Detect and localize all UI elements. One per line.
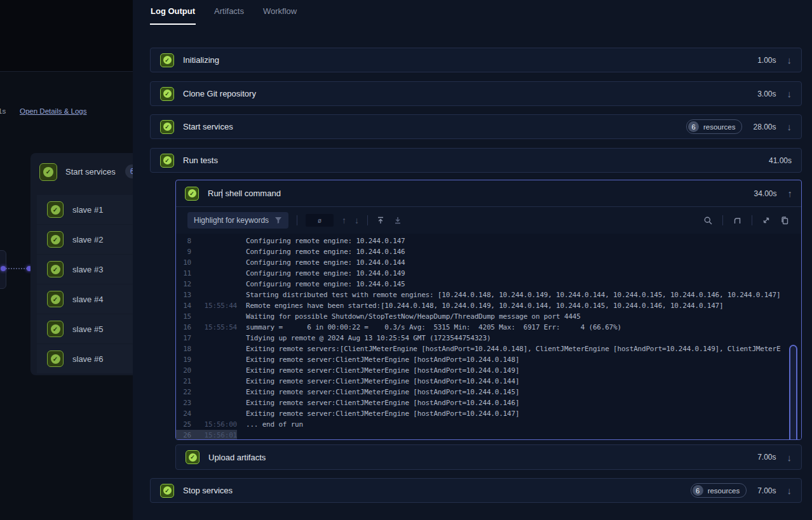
log-line: 2615:56:01 [176,430,801,439]
graph-edge-connector [6,268,27,269]
log-gutter: 19 [176,354,237,365]
workflow-sidebar: 1s Open Details & Logs ✓ Start services … [0,0,133,520]
step-stop-services[interactable]: ✓ Stop services 6 resources 7.00s ↓ [150,478,802,503]
log-gutter: 10 [176,257,237,268]
sidebar-item-start-services[interactable]: ✓ Start services 6 [30,153,133,190]
slave-node-list: ✓slave #1✓slave #2✓slave #3✓slave #4✓sla… [37,195,133,374]
line-text: Waiting for possible Shutdown/StopTestNo… [246,311,801,322]
toolbar-divider [367,215,368,225]
match-counter: ø [306,214,334,227]
line-text: Exiting remote servers:[ClientJMeterEngi… [246,343,801,354]
tab-log-output[interactable]: Log Output [150,0,196,25]
collapse-step-icon[interactable]: ↑ [788,189,793,198]
line-number: 15 [179,311,191,322]
step-duration: 1.00s [757,56,776,65]
open-details-logs-link[interactable]: Open Details & Logs [20,107,86,115]
step-label: Run shell command [208,189,281,198]
sidebar-item-slave[interactable]: ✓slave #4 [37,284,133,314]
status-success-icon: ✓ [47,350,64,367]
line-timestamp [200,343,237,354]
log-line: 11Configuring remote engine: 10.244.0.14… [176,268,801,279]
log-lines: 8Configuring remote engine: 10.244.0.147… [176,236,801,439]
next-match-icon[interactable]: ↓ [355,215,359,225]
node-label: slave #5 [72,324,103,334]
sidebar-item-slave[interactable]: ✓slave #2 [37,225,133,254]
sidebar-item-slave[interactable]: ✓slave #6 [37,344,133,373]
expand-step-icon[interactable]: ↓ [787,486,792,495]
log-view-controls [703,215,790,225]
copy-icon[interactable] [780,216,790,225]
line-number: 20 [179,365,191,376]
scroll-to-top-icon[interactable] [376,216,385,225]
line-text: Exiting remote server:ClientJMeterEngine… [246,387,801,397]
node-label: slave #3 [72,265,103,274]
step-run-shell-command-panel: ✓ Run shell command 34.00s ↑ Highlight f… [175,180,802,440]
tab-artifacts[interactable]: Artifacts [213,0,245,25]
step-label: Upload artifacts [208,453,266,462]
step-upload-artifacts[interactable]: ✓ Upload artifacts 7.00s ↓ [175,444,802,470]
expand-step-icon[interactable]: ↓ [787,453,792,462]
step-label: Stop services [183,486,233,495]
line-timestamp [200,387,237,397]
line-timestamp [200,290,237,300]
log-gutter: 1415:55:44 [176,300,237,311]
log-scrollbar-thumb[interactable] [789,345,797,439]
tab-workflow[interactable]: Workflow [262,0,297,25]
node-label: slave #4 [72,295,103,304]
step-run-tests[interactable]: ✓ Run tests 41.00s [150,148,802,173]
status-success-icon: ✓ [47,261,64,277]
previous-match-icon[interactable]: ↑ [342,215,346,225]
line-timestamp [200,376,237,387]
sidebar-top-panel [0,0,133,72]
line-number: 11 [179,268,191,279]
sidebar-item-slave[interactable]: ✓slave #5 [37,314,133,343]
search-icon[interactable] [703,216,713,225]
expand-step-icon[interactable]: ↓ [787,89,792,98]
line-number: 13 [179,290,191,300]
log-gutter: 12 [176,279,237,290]
line-number: 18 [179,343,191,354]
sidebar-item-slave[interactable]: ✓slave #1 [37,195,133,224]
status-success-icon: ✓ [47,231,64,248]
sidebar-item-slave[interactable]: ✓slave #3 [37,255,133,284]
highlight-keywords-label: Highlight for keywords [194,216,269,225]
log-gutter: 11 [176,268,237,279]
step-duration: 34.00s [754,189,776,198]
start-services-group-panel: ✓ Start services 6 ✓slave #1✓slave #2✓sl… [30,153,133,375]
line-timestamp [200,268,237,279]
expand-fullscreen-icon[interactable] [762,216,771,225]
line-number: 14 [179,300,191,311]
duration-fragment: 1s [0,107,6,115]
step-clone-git-repository[interactable]: ✓ Clone Git repository 3.00s ↓ [150,81,802,106]
node-label: slave #2 [72,235,103,244]
line-number: 19 [179,354,191,365]
log-line: 19Exiting remote server:ClientJMeterEngi… [176,354,801,365]
step-duration: 3.00s [757,90,776,98]
log-gutter: 15 [176,311,237,322]
log-line: 12Configuring remote engine: 10.244.0.14… [176,279,801,290]
log-line: 20Exiting remote server:ClientJMeterEngi… [176,365,801,376]
log-line: 8Configuring remote engine: 10.244.0.147 [176,236,801,246]
scroll-to-bottom-icon[interactable] [393,216,402,225]
toolbar-divider [752,215,752,225]
expand-step-icon[interactable]: ↓ [787,122,792,131]
line-timestamp [200,354,237,365]
step-run-shell-command-header[interactable]: ✓ Run shell command 34.00s ↑ [176,180,801,207]
word-wrap-icon[interactable] [733,216,742,225]
line-timestamp [200,408,237,419]
log-gutter: 17 [176,333,237,343]
expand-step-icon[interactable]: ↓ [787,55,792,65]
step-start-services[interactable]: ✓ Start services 6 resources 28.00s ↓ [150,114,802,139]
line-number: 25 [179,419,191,430]
log-line: 24Exiting remote server:ClientJMeterEngi… [176,408,801,419]
step-label: Run tests [183,156,218,165]
log-line: 17Tidying up remote @ 2024 Aug 13 10:25:… [176,333,801,343]
step-initializing[interactable]: ✓ Initializing 1.00s ↓ [150,48,802,72]
log-line: 15Waiting for possible Shutdown/StopTest… [176,311,801,322]
highlight-keywords-button[interactable]: Highlight for keywords [187,212,288,229]
resources-badge[interactable]: 6 resources [686,119,743,134]
line-text: Configuring remote engine: 10.244.0.146 [246,246,801,257]
log-gutter: 13 [176,290,237,300]
resources-badge[interactable]: 6 resources [691,483,747,498]
line-timestamp: 15:55:54 [200,322,237,333]
